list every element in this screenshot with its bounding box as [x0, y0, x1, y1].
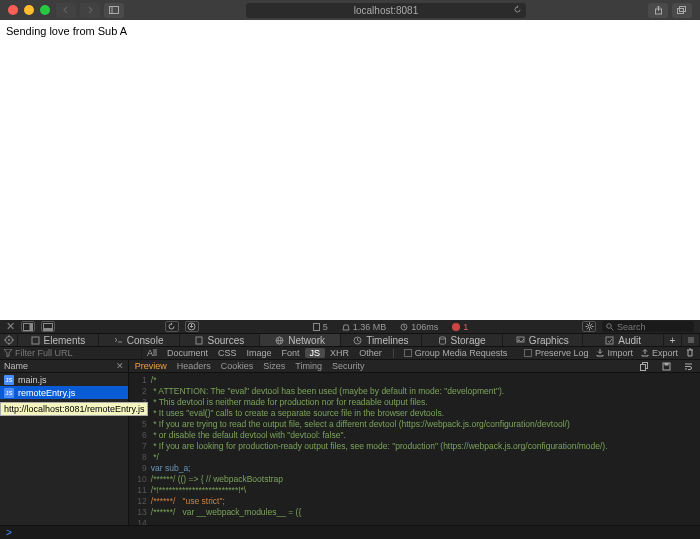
- address-bar[interactable]: localhost:8081: [246, 3, 526, 18]
- devtools-nav-tabs: Elements Console Sources Network Timelin…: [0, 333, 700, 347]
- trash-icon[interactable]: [686, 348, 694, 359]
- code-line: 11/*!************************!*\: [133, 485, 700, 496]
- network-icon: [275, 336, 284, 345]
- dock-bottom-button[interactable]: [41, 321, 55, 332]
- code-line: 12/******/ "use strict";: [133, 496, 700, 507]
- code-line: 5 * If you are trying to read the output…: [133, 419, 700, 430]
- tab-overflow-button[interactable]: [682, 334, 700, 346]
- svg-rect-22: [196, 337, 202, 344]
- devtools-body: Name ✕ JSmain.jsJSremoteEntry.js http://…: [0, 360, 700, 525]
- filter-tag-image[interactable]: Image: [242, 348, 277, 358]
- reload-icon[interactable]: [165, 321, 179, 332]
- js-file-icon: JS: [4, 388, 14, 398]
- code-line: 1/*: [133, 375, 700, 386]
- filter-tag-js[interactable]: JS: [305, 348, 326, 358]
- svg-line-14: [611, 328, 614, 331]
- console-icon: [114, 336, 123, 345]
- wrap-icon[interactable]: [682, 360, 694, 372]
- file-row[interactable]: JSremoteEntry.js: [0, 386, 128, 399]
- svg-point-13: [607, 323, 612, 328]
- add-tab-button[interactable]: +: [664, 334, 682, 346]
- group-media-checkbox[interactable]: Group Media Requests: [400, 348, 512, 358]
- file-row[interactable]: JSmain.js: [0, 373, 128, 386]
- filter-tag-font[interactable]: Font: [277, 348, 305, 358]
- subtab-timing[interactable]: Timing: [295, 361, 322, 371]
- tab-elements[interactable]: Elements: [18, 334, 99, 346]
- dock-side-button[interactable]: [21, 321, 35, 332]
- storage-icon: [438, 336, 447, 345]
- preserve-log-checkbox[interactable]: Preserve Log: [524, 348, 589, 359]
- doc-count-pill: 5: [309, 321, 332, 332]
- filter-tag-document[interactable]: Document: [162, 348, 213, 358]
- elements-icon: [31, 336, 40, 345]
- sources-icon: [195, 336, 204, 345]
- clock-icon: [400, 323, 408, 331]
- download-icon[interactable]: [185, 321, 199, 332]
- time-pill: 106ms: [396, 321, 442, 332]
- minimize-window-button[interactable]: [24, 5, 34, 15]
- code-line: 2 * ATTENTION: The "eval" devtool has be…: [133, 386, 700, 397]
- tab-console[interactable]: Console: [99, 334, 180, 346]
- back-button[interactable]: [56, 3, 76, 18]
- close-window-button[interactable]: [8, 5, 18, 15]
- traffic-lights: [8, 5, 50, 15]
- export-button[interactable]: Export: [641, 348, 678, 359]
- tab-audit[interactable]: Audit: [583, 334, 664, 346]
- page-viewport: Sending love from Sub A: [0, 20, 700, 320]
- code-line: 6 * or disable the default devtool with …: [133, 430, 700, 441]
- detail-subtabs: PreviewHeadersCookiesSizesTimingSecurity: [129, 360, 700, 373]
- devtools-search[interactable]: Search: [602, 321, 694, 332]
- file-label: main.js: [18, 375, 47, 385]
- subtab-headers[interactable]: Headers: [177, 361, 211, 371]
- svg-rect-8: [44, 328, 53, 331]
- share-button[interactable]: [648, 3, 668, 18]
- filter-tag-css[interactable]: CSS: [213, 348, 242, 358]
- filter-tag-other[interactable]: Other: [354, 348, 387, 358]
- audit-icon: [605, 336, 614, 345]
- console-prompt[interactable]: >: [0, 525, 700, 539]
- gear-icon[interactable]: [582, 321, 596, 332]
- reload-icon[interactable]: [513, 5, 522, 16]
- weight-icon: [342, 323, 350, 331]
- code-line: 13/******/ var __webpack_modules__ = ({: [133, 507, 700, 518]
- filter-tag-all[interactable]: All: [142, 348, 162, 358]
- code-line: 3 * This devtool is neither made for pro…: [133, 397, 700, 408]
- filter-tag-xhr[interactable]: XHR: [325, 348, 354, 358]
- svg-rect-10: [313, 323, 319, 330]
- tab-sources[interactable]: Sources: [180, 334, 261, 346]
- tabs-button[interactable]: [672, 3, 692, 18]
- code-line: 14: [133, 518, 700, 525]
- import-icon: [596, 349, 604, 357]
- subtab-security[interactable]: Security: [332, 361, 365, 371]
- tab-graphics[interactable]: Graphics: [503, 334, 584, 346]
- tab-timelines[interactable]: Timelines: [341, 334, 422, 346]
- subtab-cookies[interactable]: Cookies: [221, 361, 254, 371]
- subtab-preview[interactable]: Preview: [135, 361, 167, 371]
- prompt-chevron-icon: >: [6, 527, 12, 538]
- inspect-element-button[interactable]: [0, 334, 18, 346]
- devtools-toolbar: ✕ 5 1.36 MB 106ms 1 Search: [0, 320, 700, 333]
- close-devtools-icon[interactable]: ✕: [6, 320, 15, 333]
- copy-icon[interactable]: [638, 360, 650, 372]
- sidebar-header: Name ✕: [0, 360, 128, 373]
- address-text: localhost:8081: [354, 5, 419, 16]
- forward-button[interactable]: [80, 3, 100, 18]
- search-placeholder: Search: [617, 322, 646, 332]
- svg-rect-21: [32, 337, 39, 344]
- close-sidebar-icon[interactable]: ✕: [116, 361, 124, 371]
- filter-url-input[interactable]: Filter Full URL: [0, 347, 142, 359]
- file-label: remoteEntry.js: [18, 388, 75, 398]
- code-preview[interactable]: 1/*2 * ATTENTION: The "eval" devtool has…: [129, 373, 700, 525]
- js-file-icon: JS: [4, 375, 14, 385]
- svg-point-16: [8, 339, 10, 341]
- svg-point-27: [439, 336, 445, 338]
- tab-storage[interactable]: Storage: [422, 334, 503, 346]
- network-file-list: Name ✕ JSmain.jsJSremoteEntry.js: [0, 360, 129, 525]
- import-button[interactable]: Import: [596, 348, 633, 359]
- tab-network[interactable]: Network: [260, 334, 341, 346]
- svg-rect-0: [110, 7, 119, 14]
- save-icon[interactable]: [660, 360, 672, 372]
- maximize-window-button[interactable]: [40, 5, 50, 15]
- sidebar-toggle[interactable]: [104, 3, 124, 18]
- subtab-sizes[interactable]: Sizes: [263, 361, 285, 371]
